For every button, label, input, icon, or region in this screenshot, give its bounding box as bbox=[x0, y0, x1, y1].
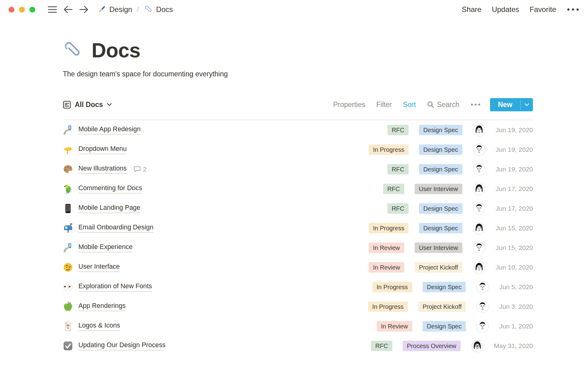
paperclip-icon bbox=[144, 5, 153, 14]
owner-avatar bbox=[473, 202, 485, 215]
status-badge: RFC bbox=[387, 125, 409, 135]
doc-row[interactable]: Updating Our Design Process RFC Process … bbox=[63, 336, 533, 356]
doc-emoji-icon bbox=[63, 301, 73, 312]
type-badge: Design Spec bbox=[419, 125, 462, 135]
doc-title-link[interactable]: Mobile Landing Page bbox=[78, 204, 140, 213]
breadcrumb-label: Docs bbox=[156, 5, 173, 14]
edited-date: Jun 15, 2020 bbox=[496, 224, 533, 232]
owner-avatar bbox=[473, 124, 485, 136]
doc-title-link[interactable]: Commenting for Docs bbox=[78, 184, 142, 194]
type-badge: Project Kickoff bbox=[415, 262, 462, 273]
status-badge: In Progress bbox=[368, 301, 408, 312]
status-badge: In Review bbox=[369, 243, 404, 253]
doc-title-link[interactable]: Logos & Icons bbox=[78, 322, 120, 331]
doc-row[interactable]: Exploration of New Fonts In Progress Des… bbox=[63, 277, 533, 297]
edited-date: Jun 19, 2020 bbox=[496, 146, 533, 153]
owner-avatar bbox=[476, 320, 489, 333]
edited-date: Jun 1, 2020 bbox=[499, 323, 533, 330]
updates-button[interactable]: Updates bbox=[492, 5, 519, 14]
edited-date: May 31, 2020 bbox=[494, 342, 533, 350]
doc-emoji-icon bbox=[63, 243, 73, 253]
breadcrumb-item-docs[interactable]: Docs bbox=[144, 5, 173, 14]
doc-title-link[interactable]: Mobile App Redesign bbox=[78, 125, 141, 135]
paintbrush-icon bbox=[97, 5, 106, 14]
doc-row[interactable]: Jr Logos & Icons In Review Design Spec J… bbox=[63, 316, 533, 336]
type-badge: Design Spec bbox=[419, 223, 462, 233]
window-controls bbox=[9, 7, 35, 13]
type-badge: Process Overview bbox=[403, 341, 461, 351]
doc-title-link[interactable]: New Illustrations bbox=[78, 165, 127, 174]
share-button[interactable]: Share bbox=[462, 5, 481, 14]
doc-title-link[interactable]: Mobile Experience bbox=[78, 243, 133, 252]
edited-date: Jun 10, 2020 bbox=[496, 264, 533, 271]
status-badge: In Review bbox=[369, 262, 404, 273]
page-icon-paperclip[interactable] bbox=[63, 40, 83, 60]
doc-row[interactable]: Mobile App Redesign RFC Design Spec Jun … bbox=[63, 120, 533, 140]
close-window-button[interactable] bbox=[9, 7, 14, 13]
search-label: Search bbox=[437, 101, 459, 109]
doc-row[interactable]: Dropdown Menu In Progress Design Spec Ju… bbox=[63, 140, 533, 159]
breadcrumb-item-design[interactable]: Design bbox=[97, 5, 132, 14]
forward-arrow-icon[interactable] bbox=[79, 5, 89, 14]
minimize-window-button[interactable] bbox=[19, 7, 25, 13]
doc-title-link[interactable]: Email Onboarding Design bbox=[78, 224, 153, 233]
doc-row[interactable]: Commenting for Docs RFC User Interview J… bbox=[63, 179, 533, 199]
breadcrumb: Design / Docs bbox=[97, 5, 173, 14]
doc-title-link[interactable]: Dropdown Menu bbox=[78, 145, 127, 154]
type-badge: User Interview bbox=[415, 184, 462, 194]
status-badge: RFC bbox=[371, 341, 392, 351]
breadcrumb-separator: / bbox=[136, 6, 140, 13]
doc-title-link[interactable]: User Interface bbox=[78, 263, 120, 272]
doc-emoji-icon: Jr bbox=[63, 321, 73, 332]
doc-row[interactable]: Mobile Experience In Review User Intervi… bbox=[63, 238, 533, 258]
properties-button[interactable]: Properties bbox=[333, 101, 365, 109]
status-badge: RFC bbox=[387, 164, 409, 174]
svg-text:J: J bbox=[66, 322, 67, 324]
breadcrumb-label: Design bbox=[109, 5, 132, 14]
doc-row[interactable]: User Interface In Review Project Kickoff… bbox=[63, 258, 533, 277]
filter-button[interactable]: Filter bbox=[376, 101, 392, 109]
edited-date: Jun 17, 2020 bbox=[496, 185, 533, 193]
edited-date: Jun 17, 2020 bbox=[496, 205, 533, 212]
back-arrow-icon[interactable] bbox=[63, 5, 73, 14]
doc-title-link[interactable]: Exploration of New Fonts bbox=[78, 282, 152, 292]
status-badge: In Review bbox=[377, 321, 412, 332]
doc-list: Mobile App Redesign RFC Design Spec Jun … bbox=[63, 120, 533, 356]
edited-date: Jun 19, 2020 bbox=[496, 166, 533, 173]
doc-emoji-icon bbox=[63, 184, 73, 194]
doc-emoji-icon bbox=[63, 223, 73, 233]
edited-date: Jun 3, 2020 bbox=[499, 303, 533, 310]
doc-row[interactable]: Email Onboarding Design In Progress Desi… bbox=[63, 218, 533, 238]
search-button[interactable]: Search bbox=[427, 101, 459, 109]
window-titlebar: Design / Docs Share Updates Favorite bbox=[0, 0, 588, 19]
doc-emoji-icon bbox=[63, 164, 73, 174]
doc-row[interactable]: Mobile Landing Page RFC Design Spec Jun … bbox=[63, 199, 533, 218]
zoom-window-button[interactable] bbox=[29, 7, 35, 13]
doc-row[interactable]: App Renderings In Progress Project Kicko… bbox=[63, 297, 533, 316]
page-title[interactable]: Docs bbox=[92, 39, 140, 62]
favorite-button[interactable]: Favorite bbox=[530, 5, 556, 14]
status-badge: RFC bbox=[387, 203, 409, 214]
doc-emoji-icon bbox=[63, 125, 73, 135]
list-view-icon bbox=[63, 101, 71, 109]
status-badge: In Progress bbox=[372, 282, 412, 292]
more-options-icon[interactable] bbox=[567, 8, 579, 11]
view-switcher[interactable]: All Docs bbox=[63, 101, 112, 109]
type-badge: User Interview bbox=[415, 243, 462, 253]
new-button-label[interactable]: New bbox=[490, 98, 520, 111]
page-description[interactable]: The design team's space for documenting … bbox=[63, 70, 533, 78]
owner-avatar bbox=[473, 242, 485, 254]
doc-title-link[interactable]: Updating Our Design Process bbox=[78, 341, 165, 351]
new-button-chevron-icon[interactable] bbox=[521, 98, 533, 111]
doc-emoji-icon bbox=[63, 341, 73, 351]
comment-indicator[interactable]: 2 bbox=[134, 166, 147, 173]
sidebar-menu-icon[interactable] bbox=[47, 6, 57, 13]
doc-row[interactable]: New Illustrations 2 RFC Design Spec Jun … bbox=[63, 159, 533, 179]
doc-title-link[interactable]: App Renderings bbox=[78, 302, 126, 311]
sort-button[interactable]: Sort bbox=[403, 101, 416, 109]
edited-date: Jun 5, 2020 bbox=[499, 283, 533, 291]
view-more-options-icon[interactable] bbox=[470, 103, 481, 106]
owner-avatar bbox=[473, 163, 485, 176]
doc-emoji-icon bbox=[63, 262, 73, 273]
new-button[interactable]: New bbox=[490, 98, 533, 111]
